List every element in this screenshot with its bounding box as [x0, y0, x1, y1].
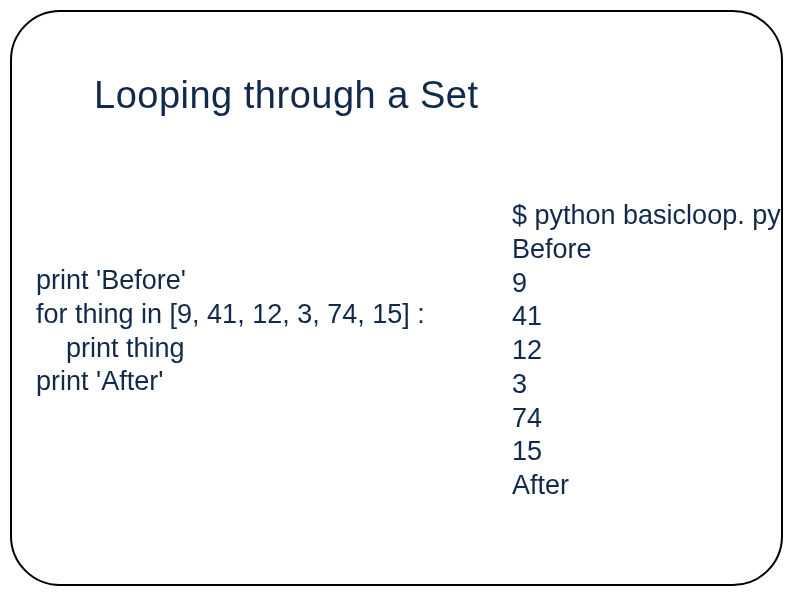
output-block: $ python basicloop. py Before 9 41 12 3 …: [512, 199, 781, 503]
code-line: print 'After': [36, 366, 163, 396]
output-line: 12: [512, 335, 542, 365]
slide-title: Looping through a Set: [94, 74, 478, 117]
output-line: 74: [512, 403, 542, 433]
output-line: 15: [512, 436, 542, 466]
output-line: 41: [512, 301, 542, 331]
code-line: print 'Before': [36, 265, 186, 295]
output-line: 9: [512, 268, 527, 298]
code-block: print 'Before' for thing in [9, 41, 12, …: [36, 264, 425, 399]
output-line: $ python basicloop. py: [512, 200, 781, 230]
code-line: for thing in [9, 41, 12, 3, 74, 15] :: [36, 299, 425, 329]
slide-frame: Looping through a Set print 'Before' for…: [10, 10, 783, 586]
output-line: After: [512, 470, 569, 500]
output-line: Before: [512, 234, 592, 264]
output-line: 3: [512, 369, 527, 399]
code-line: print thing: [36, 333, 185, 363]
